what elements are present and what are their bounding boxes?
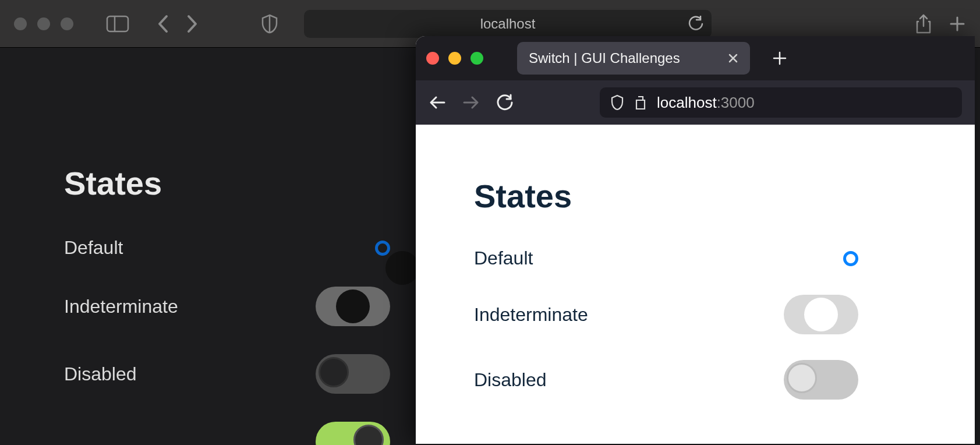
safari-url-text: localhost — [480, 16, 536, 32]
safari-address-bar[interactable]: localhost — [304, 10, 712, 38]
privacy-shield-icon[interactable] — [261, 14, 278, 34]
fullscreen-window-button[interactable] — [61, 17, 73, 30]
close-window-button[interactable] — [426, 52, 439, 65]
state-label: Disabled — [474, 369, 547, 391]
firefox-window: Switch | GUI Challenges localh — [416, 36, 975, 444]
safari-nav — [156, 14, 199, 34]
minimize-window-button[interactable] — [37, 17, 50, 30]
sidebar-toggle-icon[interactable] — [106, 15, 129, 33]
state-label: Indeterminate — [474, 304, 588, 326]
switch-thumb — [787, 363, 817, 393]
tab-title: Switch | GUI Challenges — [529, 50, 680, 66]
state-row-partial — [64, 422, 390, 445]
switch-indeterminate[interactable] — [784, 295, 858, 334]
close-window-button[interactable] — [14, 17, 27, 30]
state-row-default: Default — [64, 237, 390, 259]
state-row-indeterminate: Indeterminate — [64, 287, 390, 326]
state-row-default: Default — [474, 248, 858, 269]
switch-thumb — [353, 425, 384, 445]
focus-ring — [843, 251, 858, 266]
firefox-tab-bar: Switch | GUI Challenges — [416, 36, 975, 80]
switch-thumb — [336, 289, 370, 323]
url-host: localhost — [657, 94, 717, 111]
switch-thumb — [319, 357, 349, 387]
state-label: Disabled — [64, 363, 137, 385]
switch-thumb — [385, 251, 419, 285]
firefox-traffic-lights — [426, 52, 483, 65]
focus-ring — [375, 241, 390, 256]
page-heading: States — [474, 177, 975, 215]
firefox-page-content: States Default Indeterminate Disabled — [416, 125, 975, 444]
state-label: Indeterminate — [64, 296, 178, 317]
close-tab-icon[interactable] — [728, 53, 738, 63]
fullscreen-window-button[interactable] — [470, 52, 483, 65]
firefox-address-bar[interactable]: localhost:3000 — [600, 87, 962, 118]
reload-icon[interactable] — [496, 94, 514, 111]
switch-checked[interactable] — [316, 422, 390, 445]
state-row-disabled: Disabled — [474, 360, 858, 400]
safari-traffic-lights — [14, 17, 73, 30]
state-row-indeterminate: Indeterminate — [474, 295, 858, 334]
security-shield-icon[interactable] — [610, 94, 624, 111]
back-button-icon[interactable] — [429, 95, 446, 110]
switch-disabled — [784, 360, 858, 400]
firefox-toolbar: localhost:3000 — [416, 80, 975, 125]
state-label: Default — [64, 237, 123, 259]
reload-icon[interactable] — [688, 16, 703, 32]
url-port: :3000 — [717, 94, 755, 111]
minimize-window-button[interactable] — [448, 52, 461, 65]
share-icon[interactable] — [915, 13, 932, 34]
forward-button-icon[interactable] — [186, 14, 199, 34]
forward-button-icon — [462, 95, 480, 110]
new-tab-icon[interactable] — [772, 51, 787, 66]
new-tab-icon[interactable] — [949, 15, 966, 33]
switch-disabled — [316, 354, 390, 394]
state-label: Default — [474, 248, 533, 269]
back-button-icon[interactable] — [156, 14, 169, 34]
site-info-icon[interactable] — [634, 94, 648, 111]
state-row-disabled: Disabled — [64, 354, 390, 394]
switch-thumb — [804, 298, 838, 331]
svg-rect-0 — [107, 16, 128, 31]
switch-thumb — [854, 262, 887, 295]
browser-tab[interactable]: Switch | GUI Challenges — [517, 42, 750, 75]
switch-indeterminate[interactable] — [316, 287, 390, 326]
